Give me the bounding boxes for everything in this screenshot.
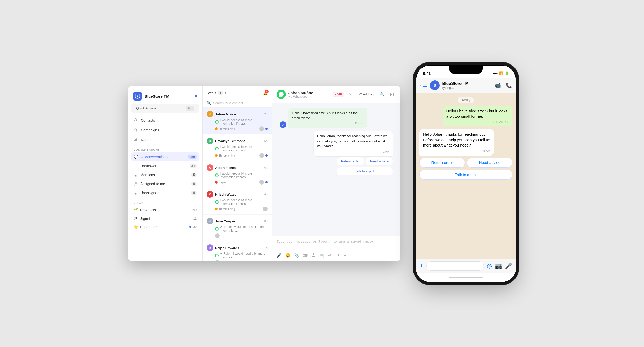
phone-message-input[interactable] (426, 261, 484, 271)
attachment-icon[interactable]: 📎 (294, 253, 299, 258)
reply-icon[interactable]: ↩ (328, 253, 331, 258)
campaigns-icon (134, 128, 138, 132)
status-badge: Status 4 ▾ (207, 91, 226, 95)
sidebar-item-unanswered[interactable]: ⊞ Unanswered 34 (131, 161, 199, 170)
list-item[interactable]: J Jane Cooper 8h ✔ Tarek: I would need a… (203, 215, 272, 241)
phone-qr-row: Return order Need advice (419, 158, 512, 168)
timer-dot (215, 208, 218, 210)
phone-back-button[interactable]: ‹ 12 (420, 83, 427, 88)
gif-icon[interactable]: GIF (303, 254, 308, 257)
phone-message-in: Hello Johan, thanks for reaching out. Be… (419, 129, 494, 155)
campaigns-label: Campaigns (141, 128, 159, 132)
phone-camera-icon[interactable]: 📷 (495, 263, 502, 269)
message-bubble: Hello! I have tried size S but it looks … (288, 108, 367, 128)
sidebar-item-campaigns[interactable]: Campaigns (131, 125, 199, 135)
conv-time: 6h (264, 193, 268, 196)
talk-to-agent-button[interactable]: Talk to agent (337, 167, 393, 175)
search-input[interactable] (213, 101, 268, 105)
search-bar: 🔍 (203, 98, 272, 108)
svg-point-1 (135, 118, 136, 120)
list-item[interactable]: J Johan Muñoz 2h I would need a bit more… (203, 108, 272, 134)
check-icon: ✓✓ (360, 122, 364, 125)
microphone-icon[interactable]: 🎤 (277, 253, 282, 258)
phone-plus-icon[interactable]: + (420, 263, 423, 269)
view-item-superstars[interactable]: ⭐ Super stars 30 (131, 223, 199, 231)
phone-return-order-button[interactable]: Return order (419, 158, 465, 168)
contact-name: Brooklyn Simmons (215, 139, 245, 143)
list-item[interactable]: B Brooklyn Simmons 5h I would need a bit… (203, 134, 272, 161)
video-call-icon[interactable]: 📹 (494, 82, 501, 88)
chat-header: Johan Muñoz via WhatsApp VIP ✕ 🏷 Add tag… (272, 86, 400, 103)
quick-actions-button[interactable]: Quick Actions ⌘ K (131, 104, 199, 113)
view-item-prospects[interactable]: 🌱 Prospects 190 (131, 206, 199, 214)
assigned-to-me-label: Assigned to me (140, 182, 165, 186)
contact-name: Johan Muñoz (215, 112, 236, 116)
tag-icon[interactable]: 🏷 (335, 253, 339, 258)
mentions-label: Mentions (140, 173, 155, 177)
sidebar-item-unassigned[interactable]: ◎ Unassigned 0 (131, 188, 199, 197)
conv-time: 6h (264, 166, 268, 169)
avatar: J (207, 218, 213, 224)
image-icon[interactable]: 🖼 (311, 253, 316, 258)
unassigned-label: Unassigned (140, 191, 159, 195)
svg-rect-3 (135, 139, 136, 141)
phone-msg-time: 9:41 AM ✓✓ (446, 120, 509, 124)
assigned-avatar (215, 233, 220, 238)
avatar: A (207, 164, 213, 171)
need-advice-button[interactable]: Need advice (366, 157, 393, 165)
bell-icon-wrap[interactable]: 🔔 5 (263, 91, 268, 95)
screen-icon[interactable]: 🖥 (343, 253, 347, 258)
message-bubble: Hello Johan, thanks for reaching out. Be… (314, 131, 393, 156)
conversations-list-panel: Status 4 ▾ ⊟ 🔔 5 🔍 J J (203, 86, 272, 261)
note-button[interactable] (388, 90, 396, 98)
app-name: BlueStore TM (144, 94, 192, 98)
list-item[interactable]: K Kristin Watson 6h I would need a bit m… (203, 188, 272, 215)
timer-text: Expired (219, 181, 228, 184)
sidebar-item-contacts[interactable]: Contacts (131, 116, 199, 125)
contact-name: Ralph Edwards (215, 246, 239, 250)
timer-dot (215, 181, 218, 184)
message-input[interactable] (277, 240, 396, 250)
whatsapp-icon (215, 147, 219, 150)
phone-call-icon[interactable]: 📞 (505, 82, 512, 88)
list-item[interactable]: R Ralph Edwards 1d ✔ Ralph: I would need… (203, 241, 272, 261)
chevron-down-icon[interactable]: ▾ (225, 91, 226, 95)
whatsapp-icon (215, 254, 219, 257)
tag-icon: 🏷 (359, 93, 362, 96)
phone-sticker-icon[interactable]: ◎ (487, 263, 492, 269)
sidebar-item-reports[interactable]: Reports (131, 135, 199, 144)
svg-point-5 (135, 182, 137, 184)
file-icon[interactable]: 📄 (319, 253, 324, 258)
sidebar-item-mentions[interactable]: ◎ Mentions 5 (131, 170, 199, 179)
vip-badge: VIP (333, 92, 344, 97)
view-item-urgent[interactable]: ⏱ Urgent 12 (131, 214, 199, 223)
phone-mic-icon[interactable]: 🎤 (505, 263, 512, 269)
emoji-icon[interactable]: 😊 (285, 253, 290, 258)
conv-preview: I would need a bit more information if t… (220, 198, 268, 206)
sidebar-item-all-conversations[interactable]: 💬 All conversations 389 (131, 152, 199, 161)
conv-preview: ✔ Ralph: I would need a bit more informa… (220, 252, 268, 259)
search-icon: 🔍 (207, 101, 211, 105)
remove-vip-button[interactable]: ✕ (346, 90, 354, 98)
phone-message-out: Hello! I have tried size S but it looks … (443, 106, 513, 126)
vip-dot (335, 94, 336, 95)
add-tag-button[interactable]: 🏷 Add tag (356, 92, 376, 97)
conv-preview: I would need a bit more information if t… (220, 118, 268, 125)
phone-need-advice-button[interactable]: Need advice (467, 158, 512, 168)
desktop-app: BlueStore TM Quick Actions ⌘ K Contacts … (128, 86, 400, 261)
prospects-icon: 🌱 (134, 208, 138, 212)
phone-talk-to-agent-button[interactable]: Talk to agent (419, 170, 512, 180)
sidebar-header: BlueStore TM (128, 86, 202, 104)
list-item[interactable]: A Albert Flores 6h I would need a bit mo… (203, 161, 272, 188)
conv-time: 1d (264, 246, 268, 249)
chat-panel: Johan Muñoz via WhatsApp VIP ✕ 🏷 Add tag… (272, 86, 400, 261)
status-dot (195, 95, 197, 97)
whatsapp-icon (215, 174, 219, 177)
filter-icon[interactable]: ⊟ (257, 91, 261, 95)
prospects-label: Prospects (140, 208, 156, 212)
return-order-button[interactable]: Return order (337, 157, 364, 165)
timer-text: 3h remaining (219, 154, 235, 157)
search-in-chat-button[interactable]: 🔍 (378, 90, 386, 98)
sidebar-item-assigned-to-me[interactable]: Assigned to me 0 (131, 179, 199, 188)
chat-contact-name: Johan Muñoz (288, 90, 313, 95)
